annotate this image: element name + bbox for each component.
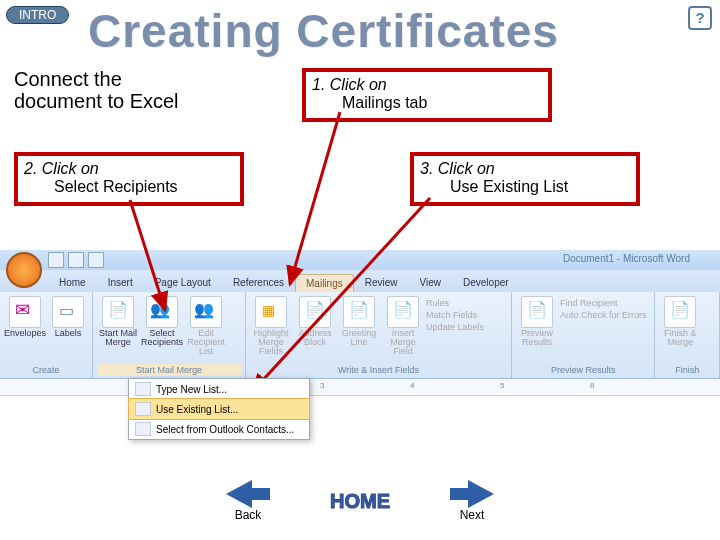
group-start-mail-merge: Start Mail Merge	[97, 364, 241, 376]
arrow-right-icon	[468, 480, 494, 508]
ribbon-body: Envelopes Labels Create Start MailMerge …	[0, 292, 720, 379]
tab-developer[interactable]: Developer	[452, 273, 520, 292]
home-button[interactable]: HOME	[330, 490, 390, 513]
labels-button[interactable]: Labels	[48, 296, 88, 338]
folder-icon	[135, 402, 151, 416]
office-button[interactable]	[6, 252, 42, 288]
group-finish: Finish	[659, 364, 715, 376]
callout-step-1: 1. Click on Mailings tab	[302, 68, 552, 122]
preview-results-button[interactable]: PreviewResults	[516, 296, 558, 347]
tab-view[interactable]: View	[409, 273, 453, 292]
section-subtitle: Connect the document to Excel	[14, 68, 179, 112]
page-title: Creating Certificates	[88, 4, 559, 58]
dropdown-outlook-contacts[interactable]: Select from Outlook Contacts...	[129, 419, 309, 439]
document-title: Document1 - Microsoft Word	[563, 253, 690, 264]
tab-insert[interactable]: Insert	[97, 273, 144, 292]
envelopes-button[interactable]: Envelopes	[4, 296, 46, 338]
finish-merge-button[interactable]: Finish &Merge	[659, 296, 701, 347]
greeting-line-button[interactable]: GreetingLine	[338, 296, 380, 347]
edit-recipient-list-button[interactable]: EditRecipient List	[185, 296, 227, 356]
select-recipients-dropdown: Type New List... Use Existing List... Se…	[128, 378, 310, 440]
help-button[interactable]: ?	[688, 6, 712, 30]
contacts-icon	[135, 422, 151, 436]
arrow-left-icon	[226, 480, 252, 508]
list-icon	[135, 382, 151, 396]
word-window: Document1 - Microsoft Word Home Insert P…	[0, 250, 720, 396]
callout-step-3: 3. Click on Use Existing List	[410, 152, 640, 206]
callout-step-2: 2. Click on Select Recipients	[14, 152, 244, 206]
start-mail-merge-button[interactable]: Start MailMerge	[97, 296, 139, 347]
preview-extras: Find Recipient Auto Check for Errors	[560, 296, 647, 320]
group-preview-results: Preview Results	[516, 364, 650, 376]
group-create: Create	[4, 364, 88, 376]
dropdown-type-new-list[interactable]: Type New List...	[129, 379, 309, 399]
group-write-insert: Write & Insert Fields	[250, 364, 507, 376]
tab-home[interactable]: Home	[48, 273, 97, 292]
select-recipients-button[interactable]: SelectRecipients	[141, 296, 183, 347]
intro-pill[interactable]: INTRO	[6, 6, 69, 24]
next-button[interactable]: Next	[450, 480, 494, 522]
ruler: 1 2 3 4 5 6	[0, 379, 720, 396]
address-block-button[interactable]: AddressBlock	[294, 296, 336, 347]
tab-references[interactable]: References	[222, 273, 295, 292]
nav-bar: Back HOME Next	[0, 480, 720, 522]
rules-group: Rules Match Fields Update Labels	[426, 296, 484, 332]
highlight-merge-fields-button[interactable]: HighlightMerge Fields	[250, 296, 292, 356]
back-button[interactable]: Back	[226, 480, 270, 522]
ribbon-tabs: Home Insert Page Layout References Maili…	[0, 270, 720, 292]
dropdown-use-existing-list[interactable]: Use Existing List...	[128, 398, 310, 420]
tab-page-layout[interactable]: Page Layout	[144, 273, 222, 292]
insert-merge-field-button[interactable]: Insert MergeField	[382, 296, 424, 356]
tab-mailings[interactable]: Mailings	[295, 274, 354, 292]
quick-access-toolbar[interactable]	[48, 252, 104, 268]
window-titlebar: Document1 - Microsoft Word	[0, 250, 720, 270]
tab-review[interactable]: Review	[354, 273, 409, 292]
